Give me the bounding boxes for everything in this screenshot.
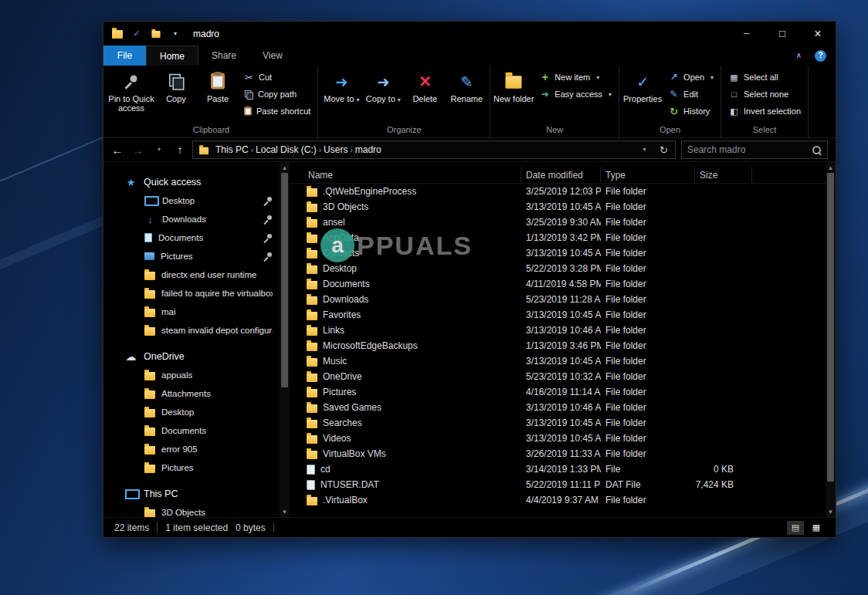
thumbnail-view-button[interactable]: ▦ [808,521,825,535]
file-row[interactable]: Videos3/13/2019 10:45 AMFile folder [290,431,826,446]
ribbon-button-move-to[interactable]: ➜Move to▾ [320,66,362,120]
file-row[interactable]: Favorites3/13/2019 10:45 AMFile folder [290,307,826,323]
scroll-up-button[interactable]: ▴ [826,162,836,173]
sidebar-item-error-905[interactable]: error 905 [103,440,280,458]
ribbon-button-new-item[interactable]: +New item▾ [534,69,616,85]
file-row[interactable]: Saved Games3/13/2019 10:46 AMFile folder [290,400,826,415]
file-row[interactable]: ansel3/25/2019 9:30 AMFile folder [290,215,826,230]
breadcrumb-item-this-pc[interactable]: This PC [213,144,251,155]
tab-view[interactable]: View [249,46,296,66]
column-header-size[interactable]: Size [695,167,752,183]
ribbon-button-new-folder[interactable]: New folder [493,66,534,120]
sidebar-item-attachments[interactable]: Attachments [103,384,280,403]
sidebar-item-failed-to-aquire-the-virtualbox-co[interactable]: failed to aquire the virtualbox co [103,284,280,303]
ribbon-button-paste-shortcut[interactable]: Paste shortcut [239,103,315,119]
sidebar-scrollbar[interactable]: ▴ ▾ [280,162,290,517]
refresh-button[interactable]: ↻ [658,144,670,155]
file-list-scrollbar-thumb[interactable] [827,173,834,482]
file-row[interactable]: NTUSER.DAT5/22/2019 11:11 PMDAT File7,42… [290,477,826,492]
ribbon-button-paste[interactable]: Paste [197,66,239,120]
help-button[interactable]: ? [815,50,826,62]
file-row[interactable]: Documents4/11/2019 4:58 PMFile folder [290,276,826,292]
sidebar-item-quick-access[interactable]: ★Quick access [103,173,280,191]
scroll-down-button[interactable]: ▾ [826,506,836,517]
file-row[interactable]: AppData1/13/2019 3:42 PMFile folder [290,230,826,245]
sidebar-scrollbar-thumb[interactable] [281,173,288,387]
sidebar-item-documents[interactable]: Documents [103,421,280,440]
qat-new-folder-button[interactable] [149,27,163,41]
breadcrumb-item-local-disk-c[interactable]: Local Disk (C:) [253,144,319,155]
ribbon-button-edit[interactable]: ✎Edit [663,86,718,102]
close-button[interactable]: × [800,22,836,46]
file-row[interactable]: Music3/13/2019 10:45 AMFile folder [290,353,826,369]
file-row[interactable]: Contacts3/13/2019 10:45 AMFile folder [290,245,826,261]
collapse-ribbon-button[interactable]: ∧ [793,50,805,61]
ribbon-button-cut[interactable]: ✂Cut [239,69,315,85]
ribbon-button-copy[interactable]: Copy [155,66,197,120]
file-row[interactable]: Downloads5/23/2019 11:28 AMFile folder [290,292,826,307]
search-input[interactable] [687,144,808,155]
back-button[interactable]: ← [111,144,124,155]
file-row[interactable]: OneDrive5/23/2019 10:32 AMFile folder [290,369,826,384]
maximize-button[interactable]: □ [765,22,800,46]
up-button[interactable]: ↑ [174,144,186,155]
sidebar-item-steam-invalid-depot-configuratio[interactable]: steam invalid depot configuratio [103,321,280,340]
sidebar-item-directx-end-user-runtime[interactable]: directx end user runtime [103,265,280,284]
sidebar-item-pictures[interactable]: Pictures [103,458,280,477]
file-row[interactable]: Desktop5/22/2019 3:28 PMFile folder [290,261,826,276]
sidebar-item-desktop[interactable]: Desktop [103,191,280,210]
column-header-type[interactable]: Type [601,167,695,183]
ribbon-button-history[interactable]: ↻History [663,103,718,119]
details-view-button[interactable]: ▤ [787,521,804,535]
ribbon-button-properties[interactable]: ✓Properties [622,66,663,120]
file-row[interactable]: Links3/13/2019 10:46 AMFile folder [290,323,826,338]
file-menu-button[interactable]: File [103,46,146,66]
ribbon-button-copy-path[interactable]: Copy path [239,86,315,102]
address-chevron-button[interactable]: ▾ [639,144,650,155]
file-row[interactable]: VirtualBox VMs3/26/2019 11:33 AMFile fol… [290,446,826,461]
address-box[interactable]: This PC›Local Disk (C:)›Users›madro ▾↻ [192,140,676,159]
sidebar-item-pictures[interactable]: Pictures [103,247,280,265]
qat-properties-button[interactable]: ✓ [130,27,144,41]
titlebar[interactable]: ✓▾ madro ─□× [103,22,836,46]
breadcrumb-item-users[interactable]: Users [321,144,350,155]
ribbon-button-select-all[interactable]: ▦Select all [724,69,805,85]
sidebar-item-mai[interactable]: mai [103,303,280,321]
sidebar-item-appuals[interactable]: appuals [103,366,280,384]
file-row[interactable]: .QtWebEngineProcess3/25/2019 12:03 PMFil… [290,184,826,199]
sidebar-item-3d-objects[interactable]: 3D Objects [103,503,280,517]
file-row[interactable]: Searches3/13/2019 10:45 AMFile folder [290,415,826,431]
ribbon-button-copy-to[interactable]: ➜Copy to▾ [362,66,404,120]
search-box[interactable] [681,140,828,159]
ribbon-button-rename[interactable]: ✎Rename [446,66,487,120]
ribbon-button-pin-to-quick-access[interactable]: Pin to Quick access [107,66,155,120]
tab-share[interactable]: Share [198,46,249,66]
scroll-down-button[interactable]: ▾ [280,506,290,517]
ribbon-button-open[interactable]: ↗Open▾ [663,69,718,85]
breadcrumb-item-madro[interactable]: madro [353,144,384,155]
forward-button[interactable]: → [132,144,144,155]
ribbon-button-delete[interactable]: ×Delete [404,66,446,120]
column-header-date-modified[interactable]: Date modified [521,167,601,183]
ribbon-button-invert-selection[interactable]: ◧Invert selection [724,103,805,119]
sidebar-item-onedrive[interactable]: ☁OneDrive [103,347,280,366]
file-row[interactable]: MicrosoftEdgeBackups1/13/2019 3:46 PMFil… [290,338,826,353]
sidebar-item-downloads[interactable]: ↓Downloads [103,210,280,228]
column-header-name[interactable]: Name [290,167,521,183]
sidebar-item-this-pc[interactable]: This PC [103,485,280,503]
file-list-scrollbar[interactable]: ▴ ▾ [826,162,836,517]
file-row[interactable]: .VirtualBox4/4/2019 9:37 AMFile folder [290,492,826,508]
scroll-up-button[interactable]: ▴ [280,162,290,173]
qat-chevron-button[interactable]: ▾ [168,27,182,41]
file-row[interactable]: 3D Objects3/13/2019 10:45 AMFile folder [290,199,826,215]
file-row[interactable]: cd3/14/2019 1:33 PMFile0 KB [290,461,826,477]
tab-home[interactable]: Home [146,46,198,66]
ribbon-button-select-none[interactable]: □Select none [724,86,805,102]
file-row[interactable]: Pictures4/16/2019 11:14 AMFile folder [290,384,826,400]
folder-icon [144,446,155,455]
recent-chevron-button[interactable]: ▾ [153,144,165,155]
ribbon-button-easy-access[interactable]: ➜Easy access▾ [534,86,616,102]
sidebar-item-documents[interactable]: Documents [103,228,280,247]
sidebar-item-desktop[interactable]: Desktop [103,403,280,421]
minimize-button[interactable]: ─ [729,22,765,46]
